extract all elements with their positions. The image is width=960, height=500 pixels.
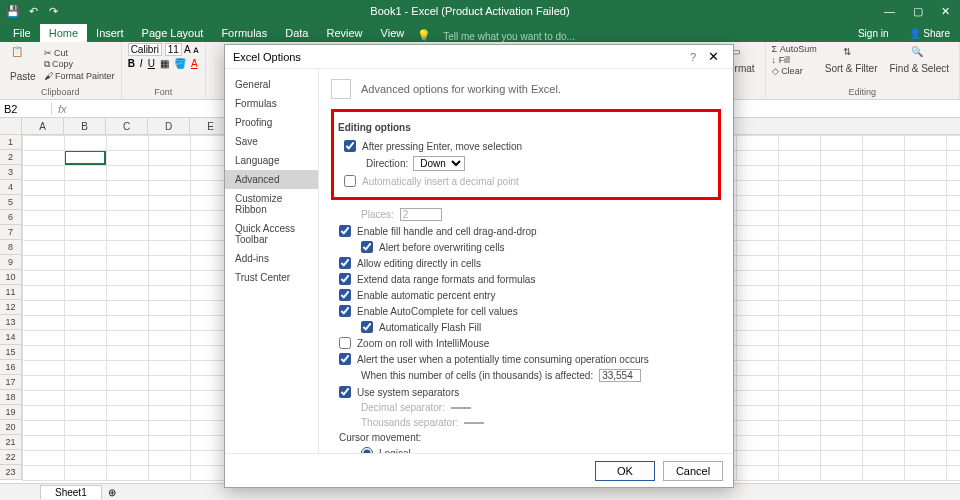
row-header[interactable]: 4	[0, 180, 21, 195]
fill-color-button[interactable]: 🪣	[174, 58, 186, 69]
underline-button[interactable]: U	[148, 58, 155, 69]
row-header[interactable]: 23	[0, 465, 21, 480]
share-button[interactable]: 👤 Share	[899, 25, 960, 42]
auto-percent-checkbox[interactable]	[339, 289, 351, 301]
col-header[interactable]: A	[22, 118, 64, 134]
row-header[interactable]: 15	[0, 345, 21, 360]
maximize-icon[interactable]: ▢	[913, 5, 923, 18]
row-header[interactable]: 5	[0, 195, 21, 210]
active-cell[interactable]	[64, 150, 106, 165]
options-category-formulas[interactable]: Formulas	[225, 94, 318, 113]
close-icon[interactable]: ✕	[941, 5, 950, 18]
col-header[interactable]: C	[106, 118, 148, 134]
autosum-button[interactable]: Σ AutoSum	[772, 44, 817, 54]
cursor-logical-radio[interactable]	[361, 447, 373, 453]
row-header[interactable]: 16	[0, 360, 21, 375]
tell-me[interactable]: Tell me what you want to do...	[443, 31, 575, 42]
auto-decimal-checkbox[interactable]	[344, 175, 356, 187]
fill-button[interactable]: ↓ Fill	[772, 55, 817, 65]
dialog-close-icon[interactable]: ✕	[702, 49, 725, 64]
alert-time-checkbox[interactable]	[339, 353, 351, 365]
row-header[interactable]: 19	[0, 405, 21, 420]
sort-filter-button[interactable]: ⇅Sort & Filter	[821, 44, 882, 76]
dialog-content[interactable]: Advanced options for working with Excel.…	[319, 69, 733, 453]
row-header[interactable]: 7	[0, 225, 21, 240]
options-category-quick-access-toolbar[interactable]: Quick Access Toolbar	[225, 219, 318, 249]
save-icon[interactable]: 💾	[6, 4, 20, 18]
edit-in-cell-checkbox[interactable]	[339, 257, 351, 269]
flashfill-checkbox[interactable]	[361, 321, 373, 333]
italic-button[interactable]: I	[140, 58, 143, 69]
row-header[interactable]: 20	[0, 420, 21, 435]
cancel-button[interactable]: Cancel	[663, 461, 723, 481]
increase-font-icon[interactable]: A	[184, 44, 190, 55]
tab-data[interactable]: Data	[276, 24, 317, 42]
fill-handle-checkbox[interactable]	[339, 225, 351, 237]
tab-formulas[interactable]: Formulas	[212, 24, 276, 42]
row-header[interactable]: 12	[0, 300, 21, 315]
redo-icon[interactable]: ↷	[46, 4, 60, 18]
after-enter-checkbox[interactable]	[344, 140, 356, 152]
undo-icon[interactable]: ↶	[26, 4, 40, 18]
tab-page-layout[interactable]: Page Layout	[133, 24, 213, 42]
row-header[interactable]: 1	[0, 135, 21, 150]
find-select-button[interactable]: 🔍Find & Select	[886, 44, 953, 76]
fx-label[interactable]: fx	[52, 103, 73, 115]
alert-overwrite-checkbox[interactable]	[361, 241, 373, 253]
paste-button[interactable]: 📋 Paste	[6, 44, 40, 84]
decrease-font-icon[interactable]: ᴀ	[193, 44, 199, 55]
new-sheet-icon[interactable]: ⊕	[102, 487, 122, 498]
thousands-sep-input	[464, 422, 484, 424]
row-header[interactable]: 6	[0, 210, 21, 225]
tab-file[interactable]: File	[4, 24, 40, 42]
tab-review[interactable]: Review	[317, 24, 371, 42]
row-header[interactable]: 14	[0, 330, 21, 345]
row-header[interactable]: 21	[0, 435, 21, 450]
row-header[interactable]: 17	[0, 375, 21, 390]
direction-select[interactable]: Down	[413, 156, 465, 171]
options-category-save[interactable]: Save	[225, 132, 318, 151]
tab-home[interactable]: Home	[40, 24, 87, 42]
options-category-general[interactable]: General	[225, 75, 318, 94]
options-category-customize-ribbon[interactable]: Customize Ribbon	[225, 189, 318, 219]
options-category-add-ins[interactable]: Add-ins	[225, 249, 318, 268]
options-category-language[interactable]: Language	[225, 151, 318, 170]
col-header[interactable]: D	[148, 118, 190, 134]
cells-affected-stepper[interactable]: 33,554	[599, 369, 641, 382]
row-header[interactable]: 22	[0, 450, 21, 465]
sheet-tab-1[interactable]: Sheet1	[40, 485, 102, 499]
options-category-advanced[interactable]: Advanced	[225, 170, 318, 189]
row-header[interactable]: 11	[0, 285, 21, 300]
copy-button[interactable]: ⧉ Copy	[44, 59, 115, 70]
cut-button[interactable]: ✂ Cut	[44, 48, 115, 58]
row-header[interactable]: 9	[0, 255, 21, 270]
row-header[interactable]: 2	[0, 150, 21, 165]
bold-button[interactable]: B	[128, 58, 135, 69]
name-box[interactable]: B2	[0, 103, 52, 115]
minimize-icon[interactable]: —	[884, 5, 895, 18]
dialog-help-icon[interactable]: ?	[684, 51, 702, 63]
ok-button[interactable]: OK	[595, 461, 655, 481]
row-header[interactable]: 18	[0, 390, 21, 405]
row-header[interactable]: 10	[0, 270, 21, 285]
extend-formats-checkbox[interactable]	[339, 273, 351, 285]
tab-view[interactable]: View	[372, 24, 414, 42]
font-family-select[interactable]: Calibri	[128, 43, 162, 56]
intellimouse-checkbox[interactable]	[339, 337, 351, 349]
system-separators-checkbox[interactable]	[339, 386, 351, 398]
sign-in[interactable]: Sign in	[848, 25, 899, 42]
row-header[interactable]: 3	[0, 165, 21, 180]
format-painter-button[interactable]: 🖌 Format Painter	[44, 71, 115, 81]
options-category-trust-center[interactable]: Trust Center	[225, 268, 318, 287]
col-header[interactable]: B	[64, 118, 106, 134]
tab-insert[interactable]: Insert	[87, 24, 133, 42]
row-header[interactable]: 8	[0, 240, 21, 255]
autocomplete-checkbox[interactable]	[339, 305, 351, 317]
row-header[interactable]: 13	[0, 315, 21, 330]
select-all-corner[interactable]	[0, 118, 22, 134]
border-button[interactable]: ▦	[160, 58, 169, 69]
font-color-button[interactable]: A	[191, 58, 198, 69]
font-size-select[interactable]: 11	[165, 43, 182, 56]
clear-button[interactable]: ◇ Clear	[772, 66, 817, 76]
options-category-proofing[interactable]: Proofing	[225, 113, 318, 132]
